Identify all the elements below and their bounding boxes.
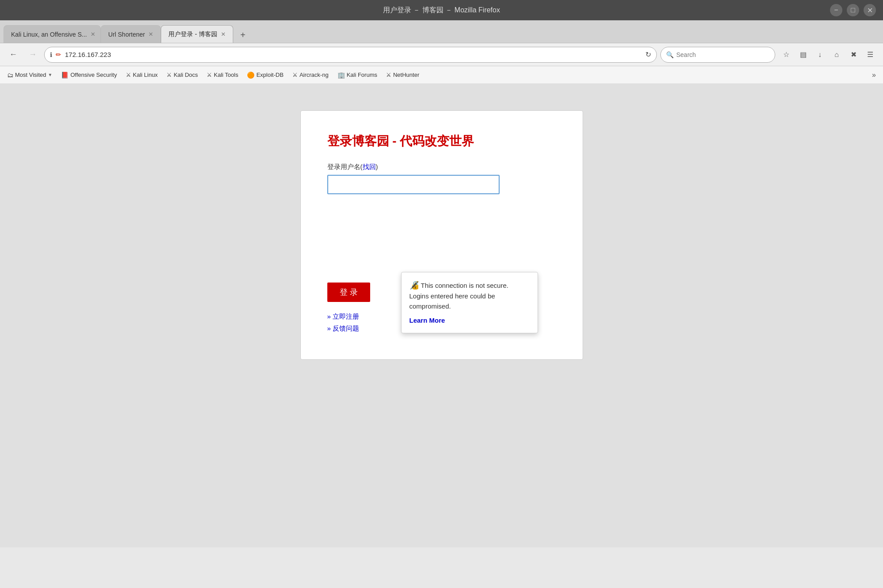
tab-login-active[interactable]: 用户登录 - 博客园 ✕ <box>161 25 233 43</box>
learn-more-link[interactable]: Learn More <box>409 316 530 326</box>
bookmark-label: Kali Forums <box>347 72 377 78</box>
tab-label: 用户登录 - 博客园 <box>168 30 217 38</box>
bookmark-most-visited[interactable]: 🗂 Most Visited ▼ <box>4 70 56 80</box>
bookmark-label: Most Visited <box>15 72 46 78</box>
aircrack-ng-icon: ⚔ <box>292 72 298 78</box>
back-button[interactable]: ← <box>5 47 21 63</box>
nav-bar: ← → ℹ ✏ ↻ 🔍 ☆ ▤ ↓ ⌂ ✖ ☰ <box>0 43 883 66</box>
username-field-wrapper: 🔏This connection is not secure. Logins e… <box>327 175 556 194</box>
bookmark-label: Exploit-DB <box>256 72 283 78</box>
lock-icon: 🔏 <box>409 279 419 291</box>
window-controls: − □ ✕ <box>830 4 876 16</box>
kali-forums-icon: 🏢 <box>337 72 345 79</box>
reload-button[interactable]: ↻ <box>645 50 651 59</box>
bookmark-exploit-db[interactable]: 🟠 Exploit-DB <box>243 70 287 80</box>
address-bar: ℹ ✏ ↻ <box>44 47 657 63</box>
maximize-button[interactable]: □ <box>847 4 859 16</box>
bookmark-label: Kali Docs <box>174 72 198 78</box>
login-submit-button[interactable]: 登 录 <box>327 283 370 302</box>
tab-bar: Kali Linux, an Offensive S... ✕ Url Shor… <box>0 20 883 43</box>
bookmark-kali-forums[interactable]: 🏢 Kali Forums <box>334 70 381 80</box>
kali-docs-icon: ⚔ <box>167 72 172 78</box>
address-input[interactable] <box>65 51 642 58</box>
bookmark-star-button[interactable]: ☆ <box>779 47 794 62</box>
username-label: 登录用户名(找回) <box>327 163 556 171</box>
search-icon: 🔍 <box>666 51 674 58</box>
close-button[interactable]: ✕ <box>864 4 876 16</box>
tab-close-icon[interactable]: ✕ <box>91 31 95 38</box>
login-title: 登录博客园 - 代码改变世界 <box>327 133 556 150</box>
kali-linux-icon: ⚔ <box>126 72 131 78</box>
title-bar: 用户登录 － 博客园 － Mozilla Firefox − □ ✕ <box>0 0 883 20</box>
chevron-down-icon: ▼ <box>48 72 53 77</box>
bookmark-label: Kali Linux <box>133 72 158 78</box>
tab-label: Url Shortener <box>108 31 145 38</box>
forward-button[interactable]: → <box>25 47 41 63</box>
tab-close-icon[interactable]: ✕ <box>221 31 226 38</box>
recover-link[interactable]: 找回 <box>363 163 376 170</box>
bookmark-offensive-security[interactable]: 📕 Offensive Security <box>57 70 120 80</box>
edit-icon: ✏ <box>56 51 61 59</box>
pocket-button[interactable]: ✖ <box>846 47 861 62</box>
tab-label: Kali Linux, an Offensive S... <box>11 31 87 38</box>
download-button[interactable]: ↓ <box>812 47 827 62</box>
new-tab-button[interactable]: + <box>235 27 251 43</box>
search-input[interactable] <box>676 51 769 58</box>
tooltip-text: This connection is not secure. Logins en… <box>409 282 508 310</box>
bookmark-label: Aircrack-ng <box>299 72 329 78</box>
home-button[interactable]: ⌂ <box>829 47 844 62</box>
tab-close-icon[interactable]: ✕ <box>148 31 153 38</box>
bookmarks-bar: 🗂 Most Visited ▼ 📕 Offensive Security ⚔ … <box>0 66 883 84</box>
window-title: 用户登录 － 博客园 － Mozilla Firefox <box>383 6 500 15</box>
minimize-button[interactable]: − <box>830 4 842 16</box>
bookmarks-more-button[interactable]: » <box>868 69 879 81</box>
bookmark-label: Kali Tools <box>214 72 238 78</box>
bookmark-label: Offensive Security <box>70 72 117 78</box>
page-content: 登录博客园 - 代码改变世界 登录用户名(找回) 🔏This connectio… <box>0 84 883 547</box>
tab-url-shortener[interactable]: Url Shortener ✕ <box>101 25 161 43</box>
bookmark-kali-linux[interactable]: ⚔ Kali Linux <box>122 70 161 80</box>
nethunter-icon: ⚔ <box>386 72 391 78</box>
reader-view-button[interactable]: ▤ <box>796 47 811 62</box>
menu-button[interactable]: ☰ <box>863 47 878 62</box>
bookmark-kali-docs[interactable]: ⚔ Kali Docs <box>163 70 201 80</box>
tab-kali-linux[interactable]: Kali Linux, an Offensive S... ✕ <box>4 25 101 43</box>
search-bar: 🔍 <box>660 47 775 63</box>
security-tooltip: 🔏This connection is not secure. Logins e… <box>401 272 538 333</box>
offensive-security-icon: 📕 <box>61 72 68 79</box>
login-card: 登录博客园 - 代码改变世界 登录用户名(找回) 🔏This connectio… <box>300 110 583 360</box>
exploit-db-icon: 🟠 <box>247 72 254 79</box>
bookmark-label: NetHunter <box>393 72 419 78</box>
bookmark-aircrack-ng[interactable]: ⚔ Aircrack-ng <box>289 70 332 80</box>
most-visited-icon: 🗂 <box>7 72 13 79</box>
info-icon: ℹ <box>50 51 52 58</box>
bookmark-kali-tools[interactable]: ⚔ Kali Tools <box>203 70 242 80</box>
bookmark-nethunter[interactable]: ⚔ NetHunter <box>383 70 423 80</box>
nav-tools: ☆ ▤ ↓ ⌂ ✖ ☰ <box>779 47 878 62</box>
username-input[interactable] <box>327 175 500 194</box>
kali-tools-icon: ⚔ <box>207 72 212 78</box>
